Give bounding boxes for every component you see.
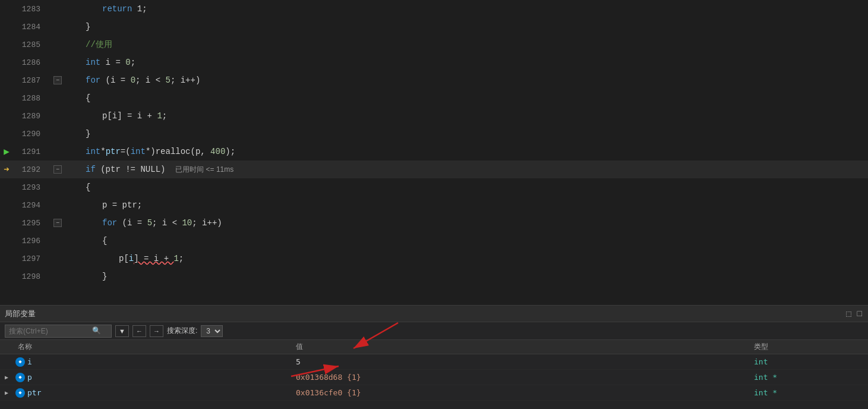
var-value-i: 5 [291,357,749,366]
keyword: return [102,4,132,14]
line-gutter-1292: − [49,165,67,174]
var-type-p: int * [749,373,868,382]
line-num-1283: 1283 [13,5,49,14]
code-line-1292: ➔ 1292 − if (ptr != NULL) 已用时间 <= 11ms [0,161,868,178]
line-content-1298: } [67,272,868,281]
var-name-cell-ptr: ▶ ◆ ptr [0,388,291,398]
expand-arrow-p[interactable]: ▶ [5,374,13,381]
line-num-1289: 1289 [13,112,49,121]
expand-arrow-ptr[interactable]: ▶ [5,389,13,397]
line-content-1296: { [67,236,868,246]
line-content-1286: int i = 0; [67,58,868,67]
code-line-1289: 1289 p[i] = i + 1; [0,107,868,125]
var-name-p: p [27,373,32,382]
line-arrow-1291: ▶ [0,146,13,158]
col-header-value: 值 [291,342,749,352]
line-content-1289: p[i] = i + 1; [67,111,868,121]
collapse-btn-1292[interactable]: − [53,165,62,174]
col-header-type: 类型 [749,342,868,352]
line-content-1290: } [67,129,868,139]
line-num-1293: 1293 [13,183,49,192]
search-input[interactable] [9,327,92,335]
variables-toolbar: 🔍 ▼ ← → 搜索深度: 3 1 2 4 5 [0,322,868,340]
var-row-p[interactable]: ▶ ◆ p 0x01368d68 {1} int * [0,370,868,385]
code-line-1283: 1283 return 1; [0,0,868,18]
var-name-cell-i: ▶ ◆ i [0,357,291,367]
var-value-p: 0x01368d68 {1} [291,373,749,382]
code-line-1294: 1294 p = ptr; [0,196,868,214]
line-num-1296: 1296 [13,237,49,246]
collapse-btn-1287[interactable]: − [53,76,62,84]
vars-header: 名称 值 类型 [0,340,868,354]
panel-title: 局部变量 [5,309,36,319]
var-type-i: int [749,357,868,366]
line-num-1290: 1290 [13,130,49,139]
var-name-i: i [27,357,32,366]
line-arrow-1292: ➔ [0,163,13,175]
line-num-1287: 1287 [13,76,49,85]
line-content-1284: } [67,22,868,32]
line-content-1293: { [67,183,868,192]
var-type-ptr: int * [749,388,868,397]
code-line-1284: 1284 } [0,18,868,36]
line-content-1297: p[i] = i + 1; [67,254,868,263]
line-content-1295: for (i = 5; i < 10; i++) [67,218,868,228]
col-header-name: 名称 [0,342,291,352]
var-name-ptr: ptr [27,388,41,397]
search-options-btn[interactable]: ▼ [115,325,129,337]
comment: //使用 [86,39,112,50]
line-content-1288: { [67,93,868,103]
nav-back-btn[interactable]: ← [132,325,146,337]
depth-select[interactable]: 3 1 2 4 5 [201,325,223,337]
code-line-1285: 1285 //使用 [0,36,868,54]
line-content-1294: p = ptr; [67,200,868,210]
var-row-i[interactable]: ▶ ◆ i 5 int [0,354,868,370]
line-num-1297: 1297 [13,254,49,263]
code-editor: 1283 return 1; 1284 } 1285 //使用 [0,0,868,305]
code-line-1296: 1296 { [0,232,868,250]
var-row-ptr[interactable]: ▶ ◆ ptr 0x0136cfe0 {1} int * [0,385,868,401]
panel-controls: ⬚ □ [845,309,863,319]
line-num-1298: 1298 [13,272,49,281]
panel-undock-btn[interactable]: ⬚ [845,309,852,319]
search-icon: 🔍 [92,326,101,335]
bottom-panel: 局部变量 ⬚ □ 🔍 ▼ ← → 搜索深度: 3 1 2 4 5 名称 值 类型 [0,305,868,409]
line-content-1283: return 1; [67,4,868,14]
code-line-1287: 1287 − for (i = 0; i < 5; i++) [0,71,868,89]
line-num-1284: 1284 [13,23,49,32]
line-num-1285: 1285 [13,40,49,49]
line-num-1291: 1291 [13,147,49,156]
code-line-1295: 1295 − for (i = 5; i < 10; i++) [0,214,868,232]
code-line-1298: 1298 } [0,268,868,285]
nav-forward-btn[interactable]: → [150,325,163,337]
code-line-1290: 1290 } [0,125,868,143]
line-content-1291: int*ptr=(int*)realloc(p, 400); [67,147,868,156]
var-name-cell-p: ▶ ◆ p [0,373,291,382]
line-gutter-1287: − [49,76,67,84]
line-num-1294: 1294 [13,201,49,210]
panel-maximize-btn[interactable]: □ [856,309,863,319]
code-line-1288: 1288 { [0,89,868,107]
line-num-1288: 1288 [13,94,49,103]
line-content-1287: for (i = 0; i < 5; i++) [67,75,868,85]
code-line-1293: 1293 { [0,178,868,196]
line-num-1292: 1292 [13,165,49,174]
depth-label: 搜索深度: [167,326,197,336]
search-input-wrap[interactable]: 🔍 [5,325,112,338]
var-icon-ptr: ◆ [15,388,25,398]
line-content-1285: //使用 [67,39,868,50]
code-line-1291: ▶ 1291 int*ptr=(int*)realloc(p, 400); [0,143,868,161]
line-num-1286: 1286 [13,58,49,67]
line-gutter-1295: − [49,219,67,227]
variables-table: 名称 值 类型 ▶ ◆ i 5 int ▶ ◆ p 0x01368d68 {1}… [0,340,868,409]
var-value-ptr: 0x0136cfe0 {1} [291,388,749,397]
line-content-1292: if (ptr != NULL) 已用时间 <= 11ms [67,165,868,175]
code-line-1286: 1286 int i = 0; [0,54,868,71]
panel-header: 局部变量 ⬚ □ [0,306,868,322]
var-icon-i: ◆ [15,357,25,367]
code-lines: 1283 return 1; 1284 } 1285 //使用 [0,0,868,285]
line-num-1295: 1295 [13,219,49,228]
code-line-1297: 1297 p[i] = i + 1; [0,250,868,268]
var-icon-p: ◆ [15,373,25,382]
collapse-btn-1295[interactable]: − [53,219,62,227]
